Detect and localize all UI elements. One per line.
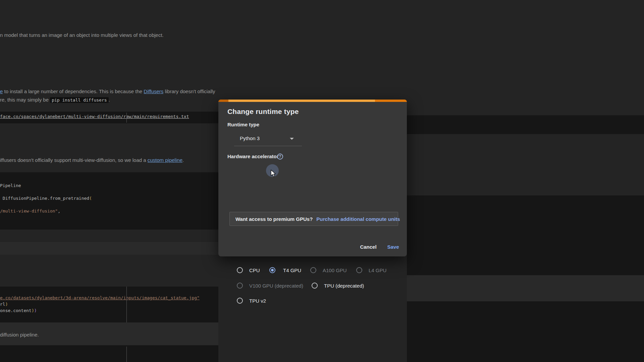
- code-cell-image-load[interactable]: e.co/datasets/dylanebert/3d-arena/resolv…: [0, 287, 218, 322]
- markdown-text: .: [109, 97, 110, 103]
- code-cell-right-strip: [407, 301, 644, 362]
- markdown-text: to install a large number of dependencie…: [3, 88, 144, 94]
- code-cell-bottom[interactable]: [0, 345, 218, 362]
- code-line: rl): [0, 302, 8, 307]
- radio-label: A100 GPU: [323, 267, 347, 273]
- code-line: e.co/datasets/dylanebert/3d-arena/resolv…: [0, 295, 200, 301]
- runtime-type-value: Python 3: [240, 135, 260, 141]
- cat-statue-url-link[interactable]: e.co/datasets/dylanebert/3d-arena/resolv…: [0, 295, 200, 300]
- markdown-line-5: diffusion pipeline.: [0, 331, 39, 338]
- chevron-down-icon: [290, 138, 294, 140]
- radio-circle[interactable]: [237, 283, 243, 289]
- dialog-title: Change runtime type: [227, 108, 299, 116]
- radio-label: L4 GPU: [369, 267, 386, 273]
- requirements-url-link[interactable]: face.co/spaces/dylanebert/multi-view-dif…: [0, 114, 189, 119]
- code-line: /multi-view-diffusion",: [0, 208, 60, 214]
- banner-question: Want access to premium GPUs?: [235, 216, 313, 222]
- save-button[interactable]: Save: [383, 242, 404, 252]
- radio-circle-selected[interactable]: [269, 267, 275, 273]
- radio-circle[interactable]: [310, 267, 316, 273]
- progress-bar: [218, 100, 407, 102]
- help-icon[interactable]: ?: [277, 154, 283, 160]
- diffusers-link[interactable]: Diffusers: [144, 88, 163, 94]
- text-cursor-line: [126, 347, 127, 362]
- purchase-compute-units-link[interactable]: Purchase additional compute units: [316, 216, 400, 222]
- markdown-line-3: re, this may simply be pip install diffu…: [0, 97, 110, 104]
- runtime-type-dropdown[interactable]: Python 3: [234, 131, 302, 146]
- premium-gpu-banner: Want access to premium GPUs? Purchase ad…: [229, 212, 398, 226]
- radio-circle[interactable]: [237, 267, 243, 273]
- markdown-line-1: n model that turns an image of an object…: [0, 32, 164, 39]
- radio-option-t4-gpu[interactable]: T4 GPU: [269, 267, 301, 273]
- code-cell-right-strip: [407, 195, 644, 275]
- progress-segment: [375, 100, 407, 102]
- progress-segment: [218, 100, 228, 102]
- markdown-text: iffusers doesn't officially support mult…: [0, 157, 148, 163]
- radio-label: TPU v2: [249, 298, 266, 304]
- code-cell-right-strip: [407, 115, 644, 134]
- radio-label: TPU (deprecated): [324, 283, 364, 289]
- markdown-text: n model that turns an image of an object…: [0, 32, 164, 38]
- radio-circle[interactable]: [312, 283, 318, 289]
- radio-option-l4-gpu[interactable]: L4 GPU: [356, 267, 386, 273]
- markdown-text: library doesn't officially: [163, 88, 215, 94]
- radio-circle[interactable]: [356, 267, 362, 273]
- radio-circle[interactable]: [237, 298, 243, 304]
- code-cell-requirements[interactable]: face.co/spaces/dylanebert/multi-view-dif…: [0, 112, 218, 123]
- progress-segment: [228, 100, 375, 102]
- text-cursor-line: [126, 287, 127, 322]
- change-runtime-dialog: Change runtime type Runtime type Python …: [218, 100, 407, 256]
- notebook-band-right: [407, 275, 644, 301]
- notebook-band: diffusion pipeline.: [0, 322, 218, 345]
- radio-option-tpu-deprecated[interactable]: TPU (deprecated): [312, 283, 364, 289]
- runtime-type-label: Runtime type: [227, 122, 259, 127]
- radio-option-a100-gpu[interactable]: A100 GPU: [310, 267, 347, 273]
- markdown-text: .: [182, 157, 184, 163]
- cancel-button[interactable]: Cancel: [357, 242, 380, 252]
- notebook-band: [0, 242, 218, 255]
- text-cursor-line: [126, 113, 127, 123]
- code-line: Pipeline: [0, 183, 21, 188]
- radio-hover-halo: [266, 164, 279, 177]
- hardware-accelerator-label: Hardware accelerator: [227, 154, 279, 159]
- custom-pipeline-link[interactable]: custom pipeline: [148, 157, 182, 163]
- code-line: DiffusionPipeline.from_pretrained(: [0, 196, 92, 201]
- markdown-line-4: iffusers doesn't officially support mult…: [0, 157, 184, 164]
- radio-label: CPU: [249, 267, 260, 273]
- markdown-line-2: e to install a large number of dependenc…: [0, 88, 215, 95]
- radio-label: V100 GPU (deprecated): [249, 283, 303, 289]
- inline-code-chip: pip install diffusers: [50, 97, 108, 103]
- radio-option-v100-gpu[interactable]: V100 GPU (deprecated): [237, 283, 303, 289]
- radio-label: T4 GPU: [283, 267, 301, 273]
- code-line: onse.content)): [0, 308, 37, 313]
- radio-option-cpu[interactable]: CPU: [237, 267, 260, 273]
- markdown-text: re, this may simply be: [0, 97, 50, 103]
- code-cell-pipeline[interactable]: Pipeline DiffusionPipeline.from_pretrain…: [0, 172, 218, 230]
- radio-option-tpu-v2[interactable]: TPU v2: [237, 298, 266, 304]
